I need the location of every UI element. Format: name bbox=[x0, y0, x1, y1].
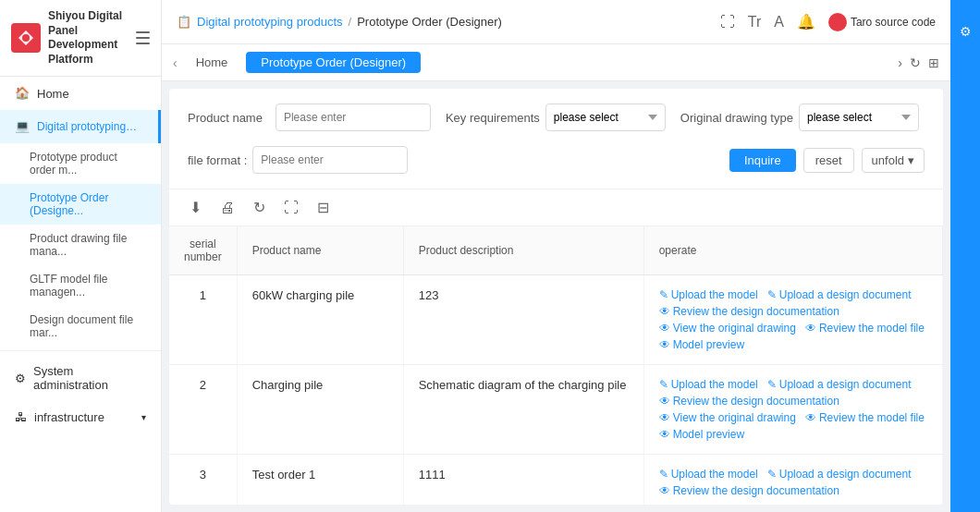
data-table: serial number Product name Product descr… bbox=[169, 226, 943, 505]
sidebar-item-infrastructure[interactable]: 🖧 infrastructure ▾ bbox=[0, 401, 161, 433]
key-requirements-select[interactable]: please select bbox=[545, 104, 666, 131]
sidebar-navigation: 🏠 Home 💻 Digital prototyping produ... Pr… bbox=[0, 77, 161, 512]
user-avatar bbox=[828, 13, 847, 31]
view-icon: 👁 bbox=[805, 411, 816, 424]
sidebar-item-infrastructure-label: infrastructure bbox=[34, 410, 104, 424]
grid-icon[interactable]: ⊞ bbox=[928, 55, 939, 70]
sidebar-item-home-label: Home bbox=[37, 87, 69, 101]
tab-prototype-order[interactable]: Prototype Order (Designer) bbox=[246, 52, 421, 73]
cell-desc: 1111 bbox=[403, 455, 643, 506]
table-row: 1 60kW charging pile 123 ✎Upload the mod… bbox=[169, 275, 943, 365]
reset-button[interactable]: reset bbox=[803, 148, 854, 173]
op-link[interactable]: 👁Review the design documentation bbox=[659, 305, 839, 318]
view-icon: 👁 bbox=[659, 428, 670, 441]
filter-key-requirements: Key requirements please select bbox=[446, 104, 666, 131]
op-link[interactable]: 👁Review the design documentation bbox=[659, 484, 839, 497]
sidebar-subitem-prototype-designer[interactable]: Prototype Order (Designe... bbox=[0, 184, 161, 225]
fullscreen-icon[interactable]: ⛶ bbox=[720, 14, 735, 30]
filter-product-name: Product name bbox=[188, 104, 431, 131]
drawing-type-select[interactable]: please select bbox=[799, 104, 919, 131]
brand-title: Shiyou Digital Panel Development Platfor… bbox=[48, 9, 136, 67]
sidebar-item-sysadmin[interactable]: ⚙ System administration bbox=[0, 355, 161, 401]
view-icon: 👁 bbox=[659, 395, 670, 408]
translate-icon[interactable]: A bbox=[774, 14, 784, 30]
sidebar-subitem-drawing-file-label: Product drawing file mana... bbox=[30, 232, 127, 258]
unfold-button[interactable]: unfold ▾ bbox=[862, 148, 925, 173]
sidebar-subitem-design-doc[interactable]: Design document file mar... bbox=[0, 306, 161, 347]
collapse-tabs-icon[interactable]: ‹ bbox=[173, 55, 178, 70]
sidebar-item-digital-label: Digital prototyping produ... bbox=[37, 120, 139, 133]
expand-view-icon[interactable]: ⛶ bbox=[278, 198, 304, 218]
op-link[interactable]: ✎Upload the model bbox=[659, 288, 758, 301]
font-icon[interactable]: Tr bbox=[748, 14, 762, 30]
sidebar-subitem-prototype-order-label: Prototype product order m... bbox=[30, 151, 117, 177]
view-icon: 👁 bbox=[659, 322, 670, 335]
col-header-desc: Product description bbox=[403, 226, 643, 275]
op-link[interactable]: 👁Review the model file bbox=[805, 411, 925, 424]
sidebar-subitem-gltf-label: GLTF model file managen... bbox=[30, 273, 107, 299]
op-link[interactable]: 👁View the original drawing bbox=[659, 322, 796, 335]
right-side-panel: ⚙ bbox=[950, 0, 980, 512]
breadcrumb-current: Prototype Order (Designer) bbox=[357, 15, 502, 29]
op-link[interactable]: ✎Upload a design document bbox=[767, 378, 912, 391]
op-link[interactable]: 👁Model preview bbox=[659, 428, 744, 441]
menu-toggle-icon[interactable] bbox=[136, 31, 150, 44]
breadcrumb-parent-link[interactable]: Digital prototyping products bbox=[197, 15, 343, 29]
sidebar-item-digital[interactable]: 💻 Digital prototyping produ... bbox=[0, 110, 161, 143]
user-label: Taro source code bbox=[851, 16, 936, 29]
edit-icon: ✎ bbox=[659, 468, 668, 481]
product-name-input[interactable] bbox=[276, 104, 431, 131]
table-row: 2 Charging pile Schematic diagram of the… bbox=[169, 365, 943, 455]
inquire-button[interactable]: Inquire bbox=[729, 149, 796, 172]
cell-name: 60kW charging pile bbox=[237, 275, 403, 365]
sidebar-item-sysadmin-label: System administration bbox=[33, 364, 146, 392]
edit-icon: ✎ bbox=[659, 288, 668, 301]
cell-serial: 2 bbox=[169, 365, 237, 455]
tab-bar: ‹ Home Prototype Order (Designer) › ↻ ⊞ bbox=[162, 44, 950, 81]
op-link[interactable]: 👁Review the design documentation bbox=[659, 395, 839, 408]
topbar-actions: ⛶ Tr A 🔔 Taro source code bbox=[720, 13, 936, 31]
brand-logo bbox=[11, 23, 41, 53]
op-link[interactable]: 👁Model preview bbox=[659, 338, 744, 351]
view-icon: 👁 bbox=[659, 484, 670, 497]
refresh-icon[interactable]: ↻ bbox=[910, 55, 921, 70]
op-link[interactable]: ✎Upload a design document bbox=[767, 288, 912, 301]
breadcrumb-page-icon: 📋 bbox=[177, 15, 191, 29]
cell-name: Charging pile bbox=[237, 365, 403, 455]
sidebar-item-home[interactable]: 🏠 Home bbox=[0, 77, 161, 110]
download-icon[interactable]: ⬇ bbox=[184, 197, 207, 218]
data-table-wrapper: serial number Product name Product descr… bbox=[169, 226, 943, 505]
home-icon: 🏠 bbox=[15, 86, 30, 101]
product-name-label: Product name bbox=[188, 111, 263, 125]
filter-bar: Product name Key requirements please sel… bbox=[169, 89, 943, 189]
print-icon[interactable]: 🖨 bbox=[214, 198, 240, 218]
cell-operate: ✎Upload the model ✎Upload a design docum… bbox=[643, 365, 942, 455]
edit-icon: ✎ bbox=[767, 468, 777, 481]
settings-panel-icon[interactable]: ⚙ bbox=[954, 18, 977, 44]
filter-file-format: file format : bbox=[188, 146, 408, 174]
sidebar-subitem-gltf[interactable]: GLTF model file managen... bbox=[0, 265, 161, 306]
sidebar-subitem-design-doc-label: Design document file mar... bbox=[30, 313, 133, 339]
expand-tabs-icon[interactable]: › bbox=[898, 55, 902, 70]
user-menu[interactable]: Taro source code bbox=[828, 13, 936, 31]
file-format-input[interactable] bbox=[252, 146, 408, 174]
col-header-operate: operate bbox=[643, 226, 942, 275]
op-link[interactable]: ✎Upload a design document bbox=[767, 468, 912, 481]
col-header-name: Product name bbox=[237, 226, 403, 275]
op-link[interactable]: ✎Upload the model bbox=[659, 468, 758, 481]
op-link[interactable]: 👁View the original drawing bbox=[659, 411, 796, 424]
sidebar-subitem-drawing-file[interactable]: Product drawing file mana... bbox=[0, 225, 161, 265]
column-settings-icon[interactable]: ⊟ bbox=[312, 197, 335, 218]
cell-operate: ✎Upload the model ✎Upload a design docum… bbox=[643, 275, 942, 365]
digital-icon: 💻 bbox=[15, 119, 30, 134]
sidebar-subitem-prototype-order[interactable]: Prototype product order m... bbox=[0, 143, 161, 184]
refresh-table-icon[interactable]: ↻ bbox=[248, 197, 271, 218]
sidebar-header: Shiyou Digital Panel Development Platfor… bbox=[0, 0, 161, 77]
op-link[interactable]: 👁Review the model file bbox=[805, 322, 925, 335]
op-link[interactable]: ✎Upload the model bbox=[659, 378, 758, 391]
drawing-type-label: Original drawing type bbox=[680, 111, 793, 125]
cell-operate: ✎Upload the model ✎Upload a design docum… bbox=[643, 455, 942, 506]
bell-icon[interactable]: 🔔 bbox=[797, 13, 815, 30]
key-req-label: Key requirements bbox=[446, 111, 540, 125]
tab-home[interactable]: Home bbox=[181, 52, 243, 73]
